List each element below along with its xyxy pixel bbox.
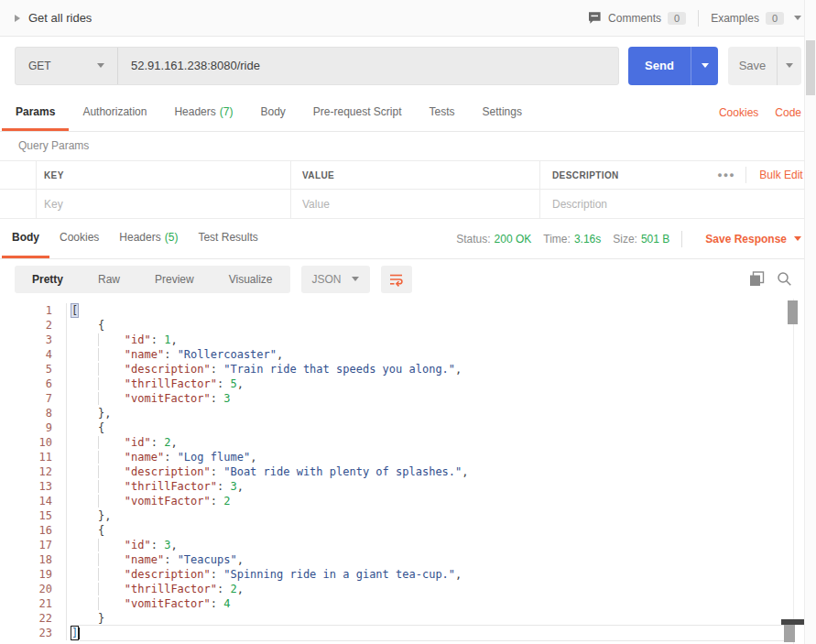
cookies-link[interactable]: Cookies bbox=[719, 106, 758, 119]
code-line: "description": "Spinning ride in a giant… bbox=[71, 567, 793, 582]
code-link[interactable]: Code bbox=[775, 106, 801, 119]
request-tab-links: Cookies Code bbox=[719, 94, 801, 131]
wrap-lines-button[interactable] bbox=[381, 266, 412, 293]
query-params-heading: Query Params bbox=[0, 132, 816, 160]
save-response-label: Save Response bbox=[705, 233, 787, 246]
code-view: 1234567891011121314151617181920212223 [ … bbox=[0, 299, 816, 640]
time-value: 3.16s bbox=[574, 233, 601, 246]
line-number: 14 bbox=[37, 494, 52, 508]
postman-window: Get all rides Comments 0 Examples 0 GET bbox=[0, 0, 816, 644]
line-number: 16 bbox=[37, 523, 52, 538]
page-scrollbar-thumb[interactable] bbox=[806, 40, 815, 95]
more-actions-icon[interactable]: ●●● bbox=[707, 170, 745, 180]
comments-button[interactable]: Comments 0 bbox=[587, 11, 686, 25]
params-header-row: KEY VALUE DESCRIPTION ●●● Bulk Edit bbox=[0, 161, 816, 190]
send-label[interactable]: Send bbox=[628, 47, 691, 85]
code-line: "id": 3, bbox=[71, 538, 793, 552]
tab-headers[interactable]: Headers(7) bbox=[160, 94, 246, 131]
copy-icon bbox=[749, 271, 765, 287]
line-number: 12 bbox=[37, 464, 52, 479]
comments-count-badge: 0 bbox=[668, 12, 686, 25]
send-options-button[interactable] bbox=[691, 47, 718, 85]
save-options-button[interactable] bbox=[778, 47, 801, 85]
examples-button[interactable]: Examples 0 bbox=[711, 12, 801, 25]
size-value: 501 B bbox=[641, 233, 669, 246]
examples-count-badge: 0 bbox=[766, 12, 784, 25]
save-label[interactable]: Save bbox=[728, 47, 778, 85]
chevron-down-icon bbox=[786, 63, 793, 68]
tab-authorization[interactable]: Authorization bbox=[69, 94, 160, 131]
save-response-button[interactable]: Save Response bbox=[705, 233, 801, 246]
view-visualize[interactable]: Visualize bbox=[212, 273, 290, 286]
code-line: { bbox=[71, 318, 793, 333]
code-line: { bbox=[71, 523, 793, 538]
scrollbar-corner-thumb[interactable] bbox=[784, 625, 795, 642]
copy-button[interactable] bbox=[749, 271, 765, 287]
line-number: 19 bbox=[37, 567, 52, 582]
query-params-table: KEY VALUE DESCRIPTION ●●● Bulk Edit bbox=[0, 160, 816, 219]
method-select[interactable]: GET bbox=[16, 48, 118, 84]
param-key-input[interactable] bbox=[44, 198, 278, 211]
view-pretty[interactable]: Pretty bbox=[15, 273, 81, 286]
divider bbox=[698, 10, 699, 27]
response-body-actions bbox=[749, 271, 792, 287]
code-line: "vomitFactor": 4 bbox=[71, 596, 793, 611]
tab-body[interactable]: Body bbox=[246, 94, 299, 131]
tab-params[interactable]: Params bbox=[2, 94, 69, 131]
line-number: 20 bbox=[37, 582, 52, 596]
tab-response-body[interactable]: Body bbox=[2, 219, 49, 258]
line-number: 1 bbox=[37, 303, 52, 318]
save-button[interactable]: Save bbox=[728, 47, 801, 85]
tab-settings[interactable]: Settings bbox=[469, 94, 536, 131]
chevron-down-icon bbox=[794, 16, 801, 20]
line-number: 21 bbox=[37, 596, 52, 611]
status-value: 200 OK bbox=[495, 233, 532, 246]
view-raw[interactable]: Raw bbox=[81, 273, 137, 286]
code-line: "vomitFactor": 2 bbox=[71, 494, 793, 508]
url-input[interactable] bbox=[118, 48, 618, 84]
line-number: 18 bbox=[37, 552, 52, 567]
params-input-row bbox=[0, 190, 816, 218]
tab-tests[interactable]: Tests bbox=[416, 94, 469, 131]
text-cursor bbox=[78, 628, 80, 639]
code-line: }, bbox=[71, 406, 793, 420]
view-mode-switch: Pretty Raw Preview Visualize bbox=[15, 266, 290, 293]
send-button[interactable]: Send bbox=[628, 47, 718, 85]
response-body-editor[interactable]: 1234567891011121314151617181920212223 [ … bbox=[0, 299, 816, 644]
tab-response-cookies[interactable]: Cookies bbox=[49, 219, 109, 258]
code-lines: [ { "id": 1, "name": "Rollercoaster", "d… bbox=[67, 303, 793, 640]
page-scrollbar[interactable] bbox=[804, 0, 816, 644]
line-number: 11 bbox=[37, 450, 52, 464]
request-title: Get all rides bbox=[28, 11, 92, 25]
size-label: Size: bbox=[613, 233, 637, 246]
code-line: { bbox=[71, 420, 793, 435]
line-number: 23 bbox=[37, 626, 52, 640]
code-line: "description": "Boat ride with plenty of… bbox=[71, 464, 793, 479]
tab-prerequest-script[interactable]: Pre-request Script bbox=[299, 94, 416, 131]
collapse-arrow-icon[interactable] bbox=[15, 15, 20, 22]
description-column-header: DESCRIPTION bbox=[540, 161, 707, 189]
row-handle-column bbox=[0, 161, 37, 189]
param-value-input[interactable] bbox=[302, 198, 528, 211]
line-number: 22 bbox=[37, 611, 52, 626]
vertical-scrollbar-thumb[interactable] bbox=[788, 300, 798, 324]
format-select[interactable]: JSON bbox=[301, 266, 370, 293]
code-line: "name": "Teacups", bbox=[71, 552, 793, 567]
titlebar-actions: Comments 0 Examples 0 bbox=[587, 10, 801, 27]
vertical-scrollbar-track bbox=[793, 299, 794, 644]
code-line: "description": "Train ride that speeds y… bbox=[71, 362, 793, 377]
comment-icon bbox=[587, 11, 602, 25]
param-description-input[interactable] bbox=[552, 198, 803, 211]
tab-response-headers[interactable]: Headers(5) bbox=[109, 219, 188, 258]
search-button[interactable] bbox=[777, 271, 792, 287]
view-preview[interactable]: Preview bbox=[137, 273, 212, 286]
line-number: 15 bbox=[37, 508, 52, 523]
line-number: 4 bbox=[37, 347, 52, 362]
response-headers-count: (5) bbox=[165, 231, 179, 244]
method-value: GET bbox=[28, 60, 51, 72]
headers-count: (7) bbox=[220, 105, 234, 118]
code-line: } bbox=[71, 611, 793, 626]
chevron-down-icon bbox=[352, 277, 359, 281]
examples-label: Examples bbox=[711, 12, 759, 25]
tab-test-results[interactable]: Test Results bbox=[188, 219, 267, 258]
